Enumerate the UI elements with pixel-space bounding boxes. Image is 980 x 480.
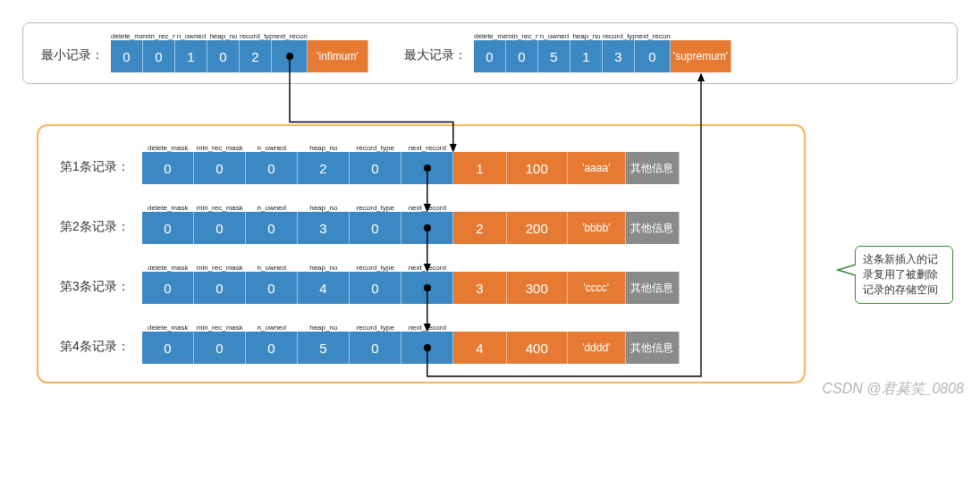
record-row: 第4条记录：delete_maskmin_rec_maskn_ownedheap… — [60, 324, 782, 364]
row-cells: 000201100'aaaa'其他信息 — [142, 152, 680, 184]
hdr-min-rec-mask: min_rec_mask — [143, 32, 175, 40]
min-record-label: 最小记录： — [41, 47, 104, 72]
cell: 1 — [570, 40, 603, 72]
max-record-cells: 0 0 5 1 3 0 'supremum' — [474, 40, 731, 72]
hdr-n-owned: n_owned — [538, 32, 570, 40]
hdr-n-owned: n_owned — [175, 32, 207, 40]
cell: 0 — [194, 272, 246, 304]
record-row: 第2条记录：delete_maskmin_rec_maskn_ownedheap… — [60, 204, 782, 244]
row-headers: delete_maskmin_rec_maskn_ownedheap_norec… — [142, 324, 680, 332]
hdr: heap_no — [298, 324, 350, 332]
cell: 0 — [246, 152, 298, 184]
hdr: next_record — [401, 204, 453, 212]
hdr: record_type — [350, 144, 401, 152]
cell: 0 — [506, 40, 538, 72]
row-cells: 000504400'dddd'其他信息 — [142, 332, 680, 364]
other-info-cell: 其他信息 — [626, 272, 680, 304]
cell: 0 — [142, 332, 194, 364]
supremum-tag: 'supremum' — [671, 40, 731, 72]
cell: 4 — [298, 272, 350, 304]
annotation-callout: 这条新插入的记录复用了被删除记录的存储空间 — [855, 246, 953, 304]
min-record-headers: delete_mask min_rec_mask n_owned heap_no… — [111, 32, 368, 40]
hdr: record_type — [350, 264, 401, 272]
cell: 0 — [350, 212, 401, 244]
hdr-record-type: record_type — [603, 32, 635, 40]
infimum-tag: 'infimum' — [308, 40, 368, 72]
hdr: min_rec_mask — [194, 264, 246, 272]
cell: 0 — [635, 40, 671, 72]
cell: 0 — [194, 212, 246, 244]
hdr-heap-no: heap_no — [570, 32, 603, 40]
hdr: heap_no — [298, 144, 350, 152]
hdr: min_rec_mask — [194, 204, 246, 212]
callout-pointer-icon — [836, 263, 856, 277]
record-row: 第3条记录：delete_maskmin_rec_maskn_ownedheap… — [60, 264, 782, 304]
cell: 0 — [246, 212, 298, 244]
row-label: 第2条记录： — [60, 219, 130, 244]
cell: 5 — [298, 332, 350, 364]
hdr: heap_no — [298, 204, 350, 212]
row-headers: delete_maskmin_rec_maskn_ownedheap_norec… — [142, 144, 680, 152]
rows-container: 第1条记录：delete_maskmin_rec_maskn_ownedheap… — [60, 144, 782, 364]
row-block: delete_maskmin_rec_maskn_ownedheap_norec… — [142, 324, 680, 364]
hdr: n_owned — [246, 264, 298, 272]
row-block: delete_maskmin_rec_maskn_ownedheap_norec… — [142, 144, 680, 184]
hdr: delete_mask — [142, 264, 194, 272]
row-label: 第3条记录： — [60, 279, 130, 304]
min-record-block: delete_mask min_rec_mask n_owned heap_no… — [111, 32, 368, 72]
cell: 3 — [298, 212, 350, 244]
cell: 0 — [194, 332, 246, 364]
hdr: next_record — [401, 324, 453, 332]
hdr-next-record: next_record — [635, 32, 671, 40]
top-system-records: 最小记录： delete_mask min_rec_mask n_owned h… — [22, 22, 958, 84]
hdr: next_record — [401, 264, 453, 272]
max-record-headers: delete_mask min_rec_mask n_owned heap_no… — [474, 32, 731, 40]
data-cell: 2 — [453, 212, 507, 244]
data-cell: 3 — [453, 272, 507, 304]
cell: 0 — [474, 40, 506, 72]
cell: 0 — [194, 152, 246, 184]
hdr: record_type — [350, 324, 401, 332]
connector-node-icon — [424, 164, 431, 172]
cell: 0 — [142, 272, 194, 304]
hdr: min_rec_mask — [194, 324, 246, 332]
hdr-next-record: next_record — [272, 32, 308, 40]
min-record-cells: 0 0 1 0 2 'infimum' — [111, 40, 368, 72]
cell: 0 — [142, 152, 194, 184]
hdr-heap-no: heap_no — [207, 32, 240, 40]
connector-node-icon — [286, 53, 293, 60]
cell: 0 — [246, 272, 298, 304]
cell: 0 — [143, 40, 175, 72]
cell: 0 — [350, 272, 401, 304]
cell: 0 — [246, 332, 298, 364]
data-cell: 100 — [507, 152, 568, 184]
watermark: CSDN @君莫笑_0808 — [822, 380, 964, 399]
row-headers: delete_maskmin_rec_maskn_ownedheap_norec… — [142, 264, 680, 272]
max-record-block: delete_mask min_rec_mask n_owned heap_no… — [474, 32, 731, 72]
min-record: 最小记录： delete_mask min_rec_mask n_owned h… — [41, 32, 368, 72]
row-label: 第4条记录： — [60, 339, 130, 364]
data-cell: 'cccc' — [568, 272, 626, 304]
data-cell: 'dddd' — [568, 332, 626, 364]
hdr-min-rec-mask: min_rec_mask — [506, 32, 538, 40]
user-records-box: 第1条记录：delete_maskmin_rec_maskn_ownedheap… — [37, 124, 806, 383]
row-block: delete_maskmin_rec_maskn_ownedheap_norec… — [142, 204, 680, 244]
hdr: next_record — [401, 144, 453, 152]
cell: 0 — [350, 152, 401, 184]
hdr-delete-mask: delete_mask — [474, 32, 506, 40]
cell: 0 — [142, 212, 194, 244]
hdr: delete_mask — [142, 324, 194, 332]
record-row: 第1条记录：delete_maskmin_rec_maskn_ownedheap… — [60, 144, 782, 184]
data-cell: 200 — [507, 212, 568, 244]
other-info-cell: 其他信息 — [626, 152, 680, 184]
hdr: n_owned — [246, 204, 298, 212]
annotation-text: 这条新插入的记录复用了被删除记录的存储空间 — [863, 253, 938, 296]
row-headers: delete_maskmin_rec_maskn_ownedheap_norec… — [142, 204, 680, 212]
max-record: 最大记录： delete_mask min_rec_mask n_owned h… — [404, 32, 731, 72]
connector-node-icon — [424, 344, 431, 351]
hdr: heap_no — [298, 264, 350, 272]
cell: 2 — [240, 40, 272, 72]
data-cell: 'bbbb' — [568, 212, 626, 244]
hdr: delete_mask — [142, 204, 194, 212]
hdr: min_rec_mask — [194, 144, 246, 152]
